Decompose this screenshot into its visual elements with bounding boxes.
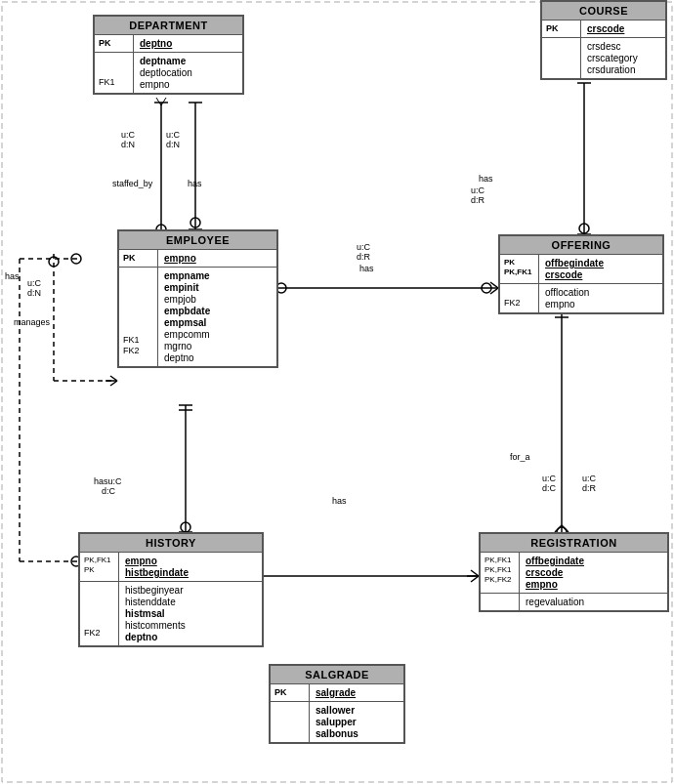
emp-attr-mgrno: mgrno bbox=[164, 341, 210, 351]
department-title: DEPARTMENT bbox=[95, 17, 242, 35]
label-has-emp-offering: has bbox=[359, 264, 374, 273]
dept-attr-deptname: deptname bbox=[140, 56, 192, 66]
svg-line-36 bbox=[555, 525, 562, 532]
dept-pk-attr: deptno bbox=[140, 38, 172, 49]
emp-pk-attr: empno bbox=[164, 253, 196, 264]
svg-line-37 bbox=[562, 525, 569, 532]
reg-pk-empno: empno bbox=[526, 579, 584, 590]
label-dn-dept2: d:N bbox=[166, 140, 180, 149]
label-dr-emp-off: d:R bbox=[357, 252, 370, 262]
history-title: HISTORY bbox=[80, 534, 262, 553]
history-pk-empno: empno bbox=[125, 556, 189, 566]
label-has-dept-emp: has bbox=[188, 179, 202, 188]
svg-point-14 bbox=[49, 257, 59, 267]
label-dn-left: d:N bbox=[27, 288, 41, 298]
salgrade-attr-sallower: sallower bbox=[316, 705, 358, 716]
svg-line-16 bbox=[110, 381, 117, 386]
course-title: COURSE bbox=[542, 2, 665, 21]
svg-line-26 bbox=[490, 282, 498, 288]
salgrade-attr-salupper: salupper bbox=[316, 717, 358, 727]
label-dr-course: d:R bbox=[471, 195, 484, 205]
label-has-history-reg: has bbox=[332, 496, 347, 506]
label-has-left: has bbox=[5, 271, 20, 281]
svg-line-5 bbox=[161, 98, 166, 105]
svg-point-10 bbox=[190, 218, 200, 227]
registration-title: REGISTRATION bbox=[481, 534, 667, 553]
history-attr-histenddate: histenddate bbox=[125, 597, 186, 607]
svg-line-27 bbox=[490, 288, 498, 294]
svg-point-21 bbox=[71, 254, 81, 264]
emp-attr-empinit: empinit bbox=[164, 282, 210, 293]
course-pk-attr: crscode bbox=[587, 23, 624, 34]
registration-entity: REGISTRATION PK,FK1 PK,FK1 PK,FK2 offbeg… bbox=[479, 532, 669, 612]
emp-attr-deptno: deptno bbox=[164, 352, 210, 363]
history-attr-histmsal: histmsal bbox=[125, 608, 186, 619]
offering-pk-offbegindate: offbegindate bbox=[545, 258, 604, 268]
history-attr-histbeginyear: histbeginyear bbox=[125, 585, 186, 596]
svg-point-31 bbox=[579, 224, 589, 233]
history-pk-histbegindate: histbegindate bbox=[125, 567, 189, 578]
label-uc-left: u:C bbox=[27, 278, 41, 288]
offering-attr-offlocation: offlocation bbox=[545, 287, 589, 298]
erd-diagram: COURSE PK crscode crsdesc crscategory cr… bbox=[0, 0, 674, 784]
svg-point-28 bbox=[482, 283, 491, 293]
reg-pk-crscode: crscode bbox=[526, 567, 584, 578]
reg-pk-offbegindate: offbegindate bbox=[526, 556, 584, 566]
label-dc-history: d:C bbox=[102, 486, 115, 496]
course-attr-crscategory: crscategory bbox=[587, 53, 638, 63]
label-dc-for-a2: d:C bbox=[542, 483, 556, 493]
emp-attr-empname: empname bbox=[164, 270, 210, 281]
course-attr-crsdesc: crsdesc bbox=[587, 41, 638, 52]
label-dn-dept1: d:N bbox=[121, 140, 135, 149]
history-attr-histcomments: histcomments bbox=[125, 620, 186, 631]
svg-line-46 bbox=[471, 570, 479, 576]
salgrade-pk-attr: salgrade bbox=[316, 687, 356, 698]
course-pk-label: PK bbox=[546, 23, 576, 33]
dept-attr-deptlocation: deptlocation bbox=[140, 67, 192, 78]
label-uc-for-a2: u:C bbox=[542, 474, 556, 483]
svg-line-47 bbox=[471, 576, 479, 582]
offering-pk-crscode: crscode bbox=[545, 269, 604, 280]
label-uc-for-a1: u:C bbox=[582, 474, 596, 483]
offering-title: OFFERING bbox=[500, 236, 662, 255]
salgrade-title: SALGRADE bbox=[271, 666, 403, 684]
label-uc-dept1: u:C bbox=[121, 130, 135, 140]
offering-entity: OFFERING PK PK,FK1 offbegindate crscode … bbox=[498, 234, 664, 314]
emp-attr-empmsal: empmsal bbox=[164, 317, 210, 328]
salgrade-attr-salbonus: salbonus bbox=[316, 728, 358, 739]
label-has-course-offering: has bbox=[479, 174, 493, 184]
svg-point-42 bbox=[181, 522, 190, 532]
label-manages: manages bbox=[14, 317, 50, 327]
label-hasu-c: hasu:C bbox=[94, 476, 122, 486]
employee-title: EMPLOYEE bbox=[119, 231, 276, 250]
history-attr-deptno: deptno bbox=[125, 632, 186, 642]
svg-line-4 bbox=[156, 98, 161, 105]
employee-entity: EMPLOYEE PK empno FK1FK2 empname empinit… bbox=[117, 229, 278, 368]
reg-attr-regevaluation: regevaluation bbox=[526, 597, 584, 607]
label-dr-for-a1: d:R bbox=[582, 483, 596, 493]
course-attr-crsduration: crsduration bbox=[587, 64, 638, 75]
dept-attr-empno: empno bbox=[140, 79, 192, 90]
salgrade-entity: SALGRADE PK salgrade sallower salupper s… bbox=[269, 664, 405, 744]
emp-attr-empjob: empjob bbox=[164, 294, 210, 305]
department-entity: DEPARTMENT PK deptno FK1 deptname deptlo… bbox=[93, 15, 244, 95]
course-entity: COURSE PK crscode crsdesc crscategory cr… bbox=[540, 0, 667, 80]
emp-attr-empcomm: empcomm bbox=[164, 329, 210, 340]
label-for-a: for_a bbox=[510, 452, 530, 462]
dept-pk-label: PK bbox=[99, 38, 129, 48]
svg-line-15 bbox=[110, 376, 117, 381]
label-uc-dept2: u:C bbox=[166, 130, 180, 140]
label-staffed-by: staffed_by bbox=[112, 179, 152, 188]
label-uc-emp-off: u:C bbox=[357, 242, 370, 252]
offering-attr-empno: empno bbox=[545, 299, 589, 309]
emp-attr-empbdate: empbdate bbox=[164, 306, 210, 316]
history-entity: HISTORY PK,FK1 PK empno histbegindate FK… bbox=[78, 532, 264, 647]
label-uc-course: u:C bbox=[471, 186, 484, 195]
